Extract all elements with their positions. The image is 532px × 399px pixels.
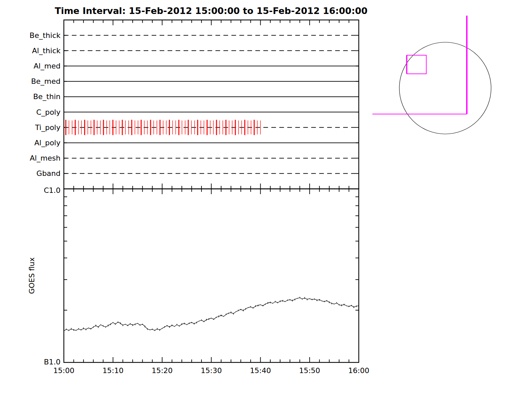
plot-background — [0, 0, 532, 399]
x-tick-label-15:00: 15:00 — [53, 366, 74, 375]
x-tick-label-16:00: 16:00 — [348, 366, 369, 375]
x-tick-label-15:50: 15:50 — [299, 366, 320, 375]
row-label-Al_med: Al_med — [34, 62, 61, 70]
xrt-goes-plot-window: Time Interval: 15-Feb-2012 15:00:00 to 1… — [0, 0, 532, 399]
row-label-Al_mesh: Al_mesh — [30, 154, 61, 163]
row-label-Al_poly: Al_poly — [34, 139, 61, 147]
x-tick-label-15:30: 15:30 — [201, 366, 222, 375]
y-top-tick-label: C1.0 — [44, 186, 61, 195]
plot-svg: Time Interval: 15-Feb-2012 15:00:00 to 1… — [0, 0, 532, 399]
x-tick-label-15:20: 15:20 — [152, 366, 173, 375]
row-label-Ti_poly: Ti_poly — [35, 123, 61, 132]
row-label-Gband: Gband — [37, 169, 61, 178]
row-label-Be_thick: Be_thick — [30, 31, 61, 40]
row-label-Be_med: Be_med — [31, 77, 61, 86]
row-label-Al_thick: Al_thick — [32, 47, 61, 55]
x-tick-label-15:10: 15:10 — [102, 366, 123, 375]
row-label-Be_thin: Be_thin — [33, 92, 61, 101]
row-label-C_poly: C_poly — [36, 108, 61, 117]
plot-title: Time Interval: 15-Feb-2012 15:00:00 to 1… — [55, 6, 368, 16]
y-bottom-tick-label: B1.0 — [44, 358, 61, 366]
y-axis-title: GOES flux — [28, 257, 36, 294]
x-tick-label-15:40: 15:40 — [250, 366, 271, 375]
